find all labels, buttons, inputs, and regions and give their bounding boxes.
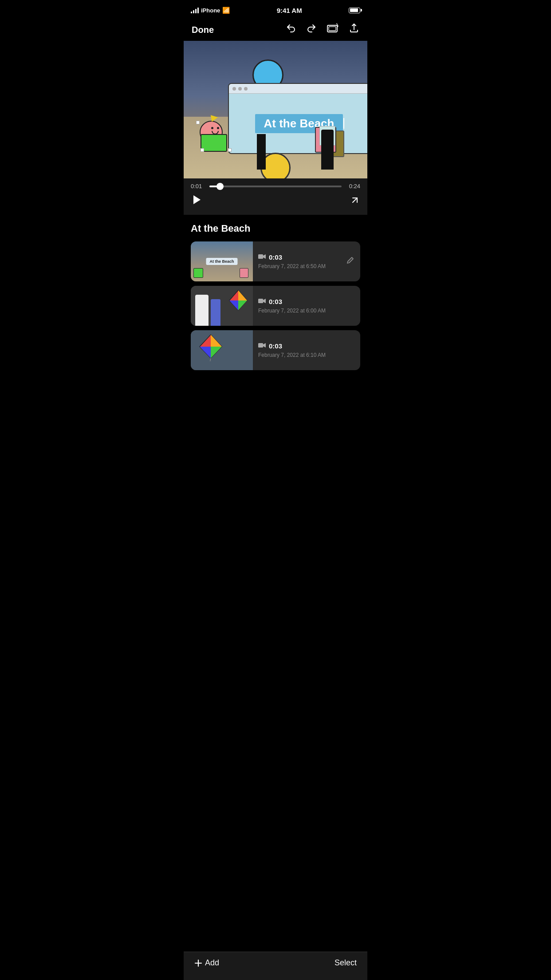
browser-dot-1 bbox=[232, 87, 236, 91]
handle-bl bbox=[201, 148, 204, 152]
svg-marker-6 bbox=[263, 254, 266, 259]
share-button[interactable] bbox=[349, 23, 359, 36]
browser-dot-2 bbox=[238, 87, 242, 91]
svg-rect-18 bbox=[258, 343, 263, 348]
video-preview: At the Beach ▶ bbox=[184, 41, 367, 178]
browser-titlebar bbox=[229, 84, 367, 94]
scrubber-thumb[interactable] bbox=[216, 183, 224, 190]
carrier-label: iPhone bbox=[201, 7, 220, 14]
person-left-silhouette bbox=[255, 125, 268, 170]
thumb3-kite bbox=[197, 332, 224, 361]
video-camera-icon-1 bbox=[258, 253, 266, 261]
svg-line-4 bbox=[353, 198, 357, 202]
scrubber-track[interactable] bbox=[209, 186, 342, 187]
redo-button[interactable] bbox=[306, 23, 317, 36]
battery-icon bbox=[349, 8, 360, 13]
status-right bbox=[349, 8, 360, 13]
time-scrubber: 0:01 0:24 bbox=[191, 183, 360, 190]
wifi-icon: 📶 bbox=[222, 7, 230, 14]
svg-marker-19 bbox=[263, 343, 266, 348]
clip-meta-row-2: 0:03 bbox=[258, 298, 355, 305]
svg-marker-12 bbox=[263, 299, 266, 303]
current-time-label: 0:01 bbox=[191, 183, 205, 190]
expand-button[interactable] bbox=[350, 195, 360, 208]
smiley-green-rect bbox=[201, 134, 227, 152]
thumb1-label: At the Beach bbox=[206, 258, 237, 265]
clip-item-3: 0:03 February 7, 2022 at 6:10 AM bbox=[191, 330, 360, 370]
thumb2-person2 bbox=[211, 299, 220, 326]
clip-duration-2: 0:03 bbox=[269, 298, 282, 305]
thumb1-sticker2 bbox=[240, 268, 248, 278]
browser-window-overlay: At the Beach bbox=[228, 83, 367, 154]
smiley-eye-left bbox=[211, 127, 213, 129]
clip-info-3: 0:03 February 7, 2022 at 6:10 AM bbox=[253, 336, 360, 364]
browser-dot-3 bbox=[244, 87, 248, 91]
svg-line-17 bbox=[210, 358, 211, 361]
play-button[interactable] bbox=[191, 194, 202, 209]
person-legs bbox=[257, 134, 266, 170]
clip-date-1: February 7, 2022 at 6:50 AM bbox=[258, 263, 335, 269]
clip-thumb-1: At the Beach bbox=[191, 241, 253, 281]
thumb2-person1 bbox=[195, 295, 209, 326]
handle-br bbox=[228, 148, 232, 152]
clip-meta-row-1: 0:03 bbox=[258, 253, 335, 261]
playback-area: 0:01 0:24 bbox=[184, 178, 367, 215]
clip-list: At the Beach 0:03 February 7, 2022 at 6:… bbox=[191, 241, 360, 370]
clip-info-2: 0:03 February 7, 2022 at 6:00 AM bbox=[253, 292, 360, 320]
video-camera-icon-2 bbox=[258, 298, 266, 305]
thumb2-kite bbox=[227, 288, 249, 312]
clip-duration-3: 0:03 bbox=[269, 342, 282, 350]
signal-bars-icon bbox=[191, 7, 199, 13]
playback-buttons bbox=[191, 194, 360, 209]
clip-date-3: February 7, 2022 at 6:10 AM bbox=[258, 352, 355, 358]
clip-item-1: At the Beach 0:03 February 7, 2022 at 6:… bbox=[191, 241, 360, 281]
clip-date-2: February 7, 2022 at 6:00 AM bbox=[258, 308, 355, 314]
smiley-eyes bbox=[209, 127, 222, 129]
video-camera-icon-3 bbox=[258, 342, 266, 350]
top-toolbar: Done bbox=[184, 20, 367, 41]
undo-button[interactable] bbox=[286, 23, 296, 36]
clip-thumb-2 bbox=[191, 286, 253, 326]
toolbar-right bbox=[286, 23, 359, 36]
clip-duration-1: 0:03 bbox=[269, 253, 282, 261]
clip-meta-row-3: 0:03 bbox=[258, 342, 355, 350]
toolbar-left: Done bbox=[192, 25, 214, 35]
svg-rect-1 bbox=[329, 27, 336, 31]
total-time-label: 0:24 bbox=[346, 183, 360, 190]
status-bar: iPhone 📶 9:41 AM bbox=[184, 0, 367, 20]
clip-item-2: 0:03 February 7, 2022 at 6:00 AM bbox=[191, 286, 360, 326]
person-right-silhouette bbox=[321, 130, 334, 170]
svg-rect-5 bbox=[258, 254, 263, 259]
handle-tl bbox=[196, 121, 200, 124]
svg-marker-3 bbox=[193, 195, 201, 204]
clip-edit-button-1[interactable] bbox=[340, 257, 360, 267]
clip-thumb-3 bbox=[191, 330, 253, 370]
done-button[interactable]: Done bbox=[192, 25, 214, 35]
content-area: At the Beach At the Beach 0:03 bbox=[184, 215, 367, 370]
person-right-body bbox=[321, 130, 334, 170]
smiley-sticker bbox=[196, 121, 232, 152]
status-time: 9:41 AM bbox=[277, 7, 302, 14]
smiley-eye-right bbox=[217, 127, 219, 129]
browser-content: At the Beach bbox=[229, 94, 367, 153]
svg-rect-11 bbox=[258, 299, 263, 303]
clip-info-1: 0:03 February 7, 2022 at 6:50 AM bbox=[253, 247, 340, 276]
thumb1-sticker1 bbox=[193, 268, 203, 278]
magic-movie-button[interactable] bbox=[327, 23, 339, 36]
status-left: iPhone 📶 bbox=[191, 7, 230, 14]
content-title: At the Beach bbox=[191, 223, 360, 234]
